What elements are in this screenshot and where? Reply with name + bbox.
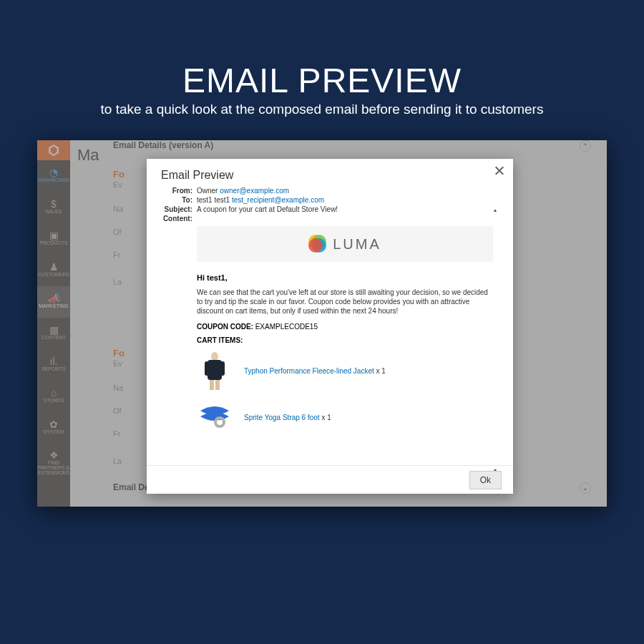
to-value: test1 test1 test_recipient@example.com	[197, 196, 324, 204]
svg-rect-3	[220, 361, 225, 376]
to-email-link[interactable]: test_recipient@example.com	[232, 196, 324, 204]
product-qty: x 1	[321, 414, 331, 421]
from-label: From:	[161, 187, 192, 195]
svg-rect-7	[218, 420, 222, 424]
svg-rect-4	[210, 380, 214, 390]
svg-rect-5	[215, 380, 220, 390]
from-value: Owner owner@example.com	[197, 187, 289, 195]
cart-item: Sprite Yoga Strap 6 foot x 1	[197, 398, 493, 437]
email-preview-modal: Email Preview From:Owner owner@example.c…	[147, 159, 513, 494]
ok-button[interactable]: Ok	[469, 471, 502, 489]
scroll-up-icon[interactable]: ▴	[492, 206, 499, 213]
app-window: ◔DASHBOARD $SALES ▣PRODUCTS ♟CUSTOMERS 📣…	[37, 140, 607, 507]
coupon-line: COUPON CODE: EXAMPLECODE15	[197, 323, 493, 331]
product-thumb	[197, 398, 233, 437]
to-label: To:	[161, 196, 192, 204]
email-meta: From:Owner owner@example.com To:test1 te…	[147, 186, 513, 223]
subject-label: Subject:	[161, 205, 192, 213]
content-label: Content:	[161, 215, 192, 223]
from-email-link[interactable]: owner@example.com	[220, 187, 289, 195]
cart-item: Typhon Performance Fleece-lined Jacket x…	[197, 351, 493, 391]
svg-point-0	[211, 352, 218, 361]
svg-rect-2	[205, 361, 209, 376]
svg-rect-1	[208, 360, 222, 380]
brand-banner: LUMA	[197, 226, 493, 262]
brand-name: LUMA	[333, 236, 381, 253]
cart-items-label: CART ITEMS:	[197, 336, 493, 344]
close-icon[interactable]	[493, 165, 506, 177]
modal-footer: Ok	[147, 465, 513, 494]
product-thumb	[197, 351, 233, 391]
hero-subtitle: to take a quick look at the composed ema…	[0, 100, 644, 117]
email-content: LUMA Hi test1, We can see that the cart …	[197, 225, 493, 461]
product-link[interactable]: Typhon Performance Fleece-lined Jacket	[244, 367, 374, 375]
hero-title: EMAIL PREVIEW	[0, 0, 644, 100]
body-paragraph: We can see that the cart you've left at …	[197, 288, 493, 316]
luma-logo-icon	[308, 235, 327, 253]
greeting: Hi test1,	[197, 273, 493, 282]
subject-value: A coupon for your cart at Default Store …	[197, 205, 338, 213]
modal-title: Email Preview	[147, 159, 513, 186]
product-link[interactable]: Sprite Yoga Strap 6 foot	[244, 414, 320, 421]
product-qty: x 1	[376, 367, 386, 375]
